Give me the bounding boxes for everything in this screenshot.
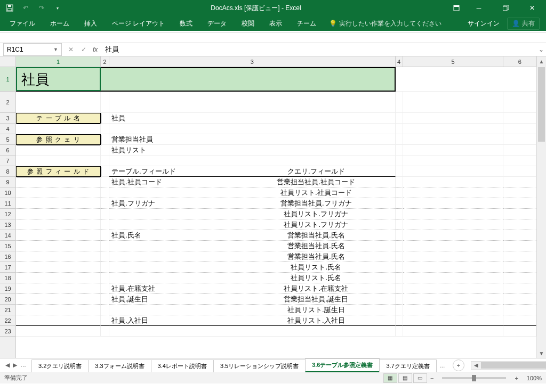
field-row[interactable]: 社員リスト.誕生日 bbox=[109, 305, 396, 315]
row-header[interactable]: 8 bbox=[0, 166, 15, 177]
tab-home[interactable]: ホーム bbox=[43, 16, 77, 31]
scrollbar-thumb[interactable] bbox=[538, 67, 545, 142]
zoom-slider[interactable] bbox=[442, 377, 506, 379]
cell[interactable] bbox=[396, 230, 403, 241]
cell[interactable] bbox=[503, 124, 536, 134]
formula-expand-icon[interactable]: ⌄ bbox=[536, 46, 546, 53]
cell[interactable] bbox=[101, 92, 109, 113]
yellow-label[interactable]: 参 照 ク ェ リ bbox=[16, 134, 101, 145]
cancel-icon[interactable]: ✕ bbox=[68, 46, 74, 53]
row-header[interactable]: 17 bbox=[0, 262, 15, 273]
tab-data[interactable]: データ bbox=[200, 16, 234, 31]
row-header[interactable]: 13 bbox=[0, 219, 15, 230]
cell[interactable] bbox=[16, 262, 101, 273]
row-header[interactable]: 11 bbox=[0, 198, 15, 209]
tab-next-icon[interactable]: ▶ bbox=[13, 362, 17, 369]
cell[interactable] bbox=[503, 305, 536, 315]
view-pagelayout-icon[interactable]: ▤ bbox=[398, 373, 412, 383]
cell[interactable] bbox=[503, 273, 536, 283]
col-header[interactable]: 3 bbox=[109, 56, 396, 67]
title-cell[interactable]: 社員 bbox=[16, 67, 101, 92]
cell[interactable] bbox=[101, 113, 109, 124]
row-header[interactable]: 14 bbox=[0, 230, 15, 241]
redo-icon[interactable]: ↷ bbox=[36, 3, 47, 13]
cell[interactable] bbox=[403, 145, 504, 156]
row-header[interactable]: 4 bbox=[0, 124, 15, 134]
cell[interactable] bbox=[109, 326, 396, 337]
yellow-label[interactable]: テ ー ブ ル 名 bbox=[16, 113, 101, 124]
yellow-label[interactable]: 参 照 フ ィ ー ル ド bbox=[16, 166, 101, 177]
cell[interactable] bbox=[101, 262, 109, 273]
cell[interactable] bbox=[503, 241, 536, 251]
row-header[interactable]: 9 bbox=[0, 177, 15, 187]
tab-file[interactable]: ファイル bbox=[2, 16, 43, 31]
name-box-input[interactable] bbox=[7, 46, 44, 53]
cell[interactable] bbox=[503, 177, 536, 187]
save-icon[interactable] bbox=[4, 3, 15, 13]
row-header[interactable]: 12 bbox=[0, 209, 15, 219]
row-header[interactable]: 10 bbox=[0, 187, 15, 198]
cell[interactable]: 社員 bbox=[109, 113, 396, 124]
cell[interactable] bbox=[109, 92, 396, 113]
cell[interactable] bbox=[403, 283, 504, 294]
tab-more-icon[interactable]: … bbox=[20, 362, 26, 369]
cell[interactable] bbox=[101, 315, 109, 326]
sheet-tab[interactable]: 3.5リレーションシップ説明書 bbox=[213, 360, 306, 372]
cell[interactable] bbox=[503, 326, 536, 337]
field-header[interactable]: テーブル.フィールドクエリ.フィールド bbox=[109, 166, 396, 177]
cell[interactable] bbox=[101, 241, 109, 251]
cell[interactable] bbox=[101, 134, 109, 145]
cell[interactable] bbox=[396, 92, 403, 113]
cell[interactable] bbox=[101, 219, 109, 230]
field-row[interactable]: 社員.氏名営業担当社員.氏名 bbox=[109, 230, 396, 241]
cell[interactable] bbox=[403, 305, 504, 315]
cell[interactable] bbox=[403, 241, 504, 251]
fx-icon[interactable]: fx bbox=[93, 46, 98, 53]
row-header[interactable]: 19 bbox=[0, 283, 15, 294]
cell[interactable] bbox=[503, 294, 536, 305]
cell[interactable] bbox=[403, 187, 504, 198]
cell[interactable] bbox=[403, 209, 504, 219]
cell[interactable] bbox=[403, 273, 504, 283]
cell[interactable] bbox=[101, 156, 109, 166]
cell[interactable] bbox=[403, 198, 504, 209]
sheet-tab[interactable]: 3.7クエリ定義書 bbox=[379, 360, 436, 372]
select-all-button[interactable] bbox=[0, 56, 16, 67]
cell[interactable] bbox=[109, 156, 396, 166]
cell[interactable] bbox=[16, 219, 101, 230]
minimize-button[interactable]: ─ bbox=[467, 1, 491, 15]
formula-input[interactable] bbox=[102, 46, 536, 54]
cell[interactable] bbox=[396, 187, 403, 198]
cell[interactable] bbox=[503, 209, 536, 219]
col-header[interactable]: 5 bbox=[403, 56, 504, 67]
cell[interactable] bbox=[403, 294, 504, 305]
cell[interactable] bbox=[101, 209, 109, 219]
horizontal-scrollbar[interactable]: ◀ ▶ bbox=[471, 361, 546, 370]
cell[interactable] bbox=[101, 187, 109, 198]
cell[interactable] bbox=[101, 326, 109, 337]
cell[interactable] bbox=[396, 177, 403, 187]
field-row[interactable]: 社員.誕生日営業担当社員.誕生日 bbox=[109, 294, 396, 305]
scroll-down-icon[interactable]: ▼ bbox=[537, 348, 546, 358]
field-row[interactable]: 社員リスト.氏名 bbox=[109, 262, 396, 273]
cell[interactable] bbox=[403, 326, 504, 337]
cell[interactable] bbox=[101, 166, 109, 177]
cell[interactable] bbox=[396, 305, 403, 315]
cell[interactable] bbox=[101, 273, 109, 283]
row-header[interactable]: 21 bbox=[0, 305, 15, 315]
cell[interactable] bbox=[16, 241, 101, 251]
field-row[interactable]: 社員.フリガナ営業担当社員.フリガナ bbox=[109, 198, 396, 209]
cell[interactable] bbox=[396, 294, 403, 305]
cell[interactable] bbox=[396, 156, 403, 166]
cell[interactable] bbox=[396, 326, 403, 337]
view-normal-icon[interactable]: ▦ bbox=[383, 373, 397, 383]
cell[interactable] bbox=[101, 305, 109, 315]
cells[interactable]: 社員テ ー ブ ル 名社員参 照 ク ェ リ営業担当社員社員リスト参 照 フ ィ… bbox=[16, 67, 536, 358]
sheet-tab[interactable]: 3.2クエリ説明書 bbox=[31, 360, 89, 372]
ribbon-display-options-icon[interactable] bbox=[449, 1, 464, 15]
close-button[interactable]: ✕ bbox=[520, 1, 544, 15]
row-header[interactable]: 6 bbox=[0, 145, 15, 156]
cell[interactable] bbox=[403, 92, 504, 113]
cell[interactable] bbox=[16, 326, 101, 337]
cell[interactable] bbox=[403, 124, 504, 134]
